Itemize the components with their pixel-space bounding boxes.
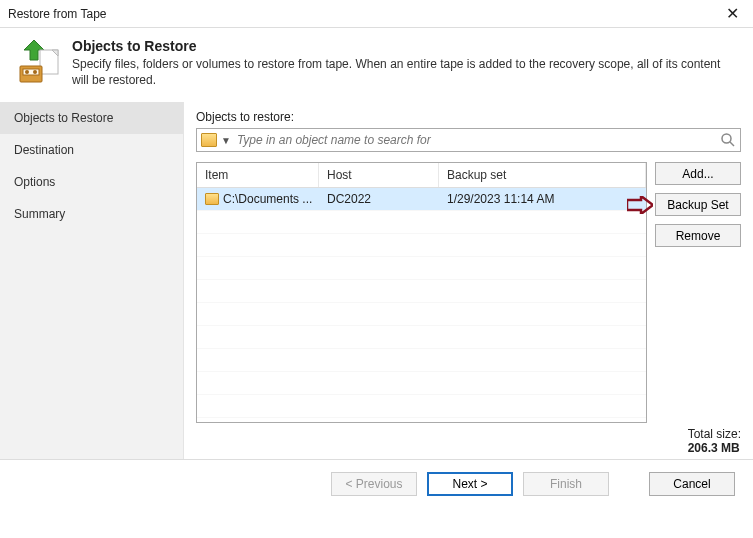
total-size-label: Total size: <box>688 427 741 441</box>
page-subtitle: Specify files, folders or volumes to res… <box>72 56 739 88</box>
col-item[interactable]: Item <box>197 163 319 187</box>
wizard-header: Objects to Restore Specify files, folder… <box>0 28 753 102</box>
cell-host: DC2022 <box>319 192 439 206</box>
table-header: Item Host Backup set <box>197 163 646 188</box>
wizard-footer: < Previous Next > Finish Cancel <box>0 459 753 508</box>
add-button[interactable]: Add... <box>655 162 741 185</box>
next-button[interactable]: Next > <box>427 472 513 496</box>
svg-point-7 <box>722 134 731 143</box>
step-destination[interactable]: Destination <box>0 134 183 166</box>
objects-label: Objects to restore: <box>196 110 741 124</box>
window-title: Restore from Tape <box>8 7 720 21</box>
search-bar[interactable]: ▼ <box>196 128 741 152</box>
search-input[interactable] <box>235 130 720 150</box>
wizard-steps: Objects to Restore Destination Options S… <box>0 102 184 459</box>
objects-table: Item Host Backup set C:\Documents ... DC… <box>196 162 647 423</box>
search-icon[interactable] <box>720 132 736 148</box>
table-row[interactable]: C:\Documents ... DC2022 1/29/2023 11:14 … <box>197 188 646 210</box>
col-host[interactable]: Host <box>319 163 439 187</box>
cancel-button[interactable]: Cancel <box>649 472 735 496</box>
close-icon[interactable]: ✕ <box>720 4 745 23</box>
folder-icon <box>201 133 217 147</box>
folder-icon <box>205 193 219 205</box>
total-size-value: 206.3 MB <box>688 441 741 455</box>
finish-button: Finish <box>523 472 609 496</box>
title-bar: Restore from Tape ✕ <box>0 0 753 28</box>
step-summary[interactable]: Summary <box>0 198 183 230</box>
previous-button: < Previous <box>331 472 417 496</box>
totals: Total size: 206.3 MB <box>196 427 741 455</box>
step-objects-to-restore[interactable]: Objects to Restore <box>0 102 183 134</box>
remove-button[interactable]: Remove <box>655 224 741 247</box>
cell-backup-set: 1/29/2023 11:14 AM <box>439 192 646 206</box>
cell-item: C:\Documents ... <box>223 192 312 206</box>
page-title: Objects to Restore <box>72 38 739 54</box>
step-options[interactable]: Options <box>0 166 183 198</box>
col-backup-set[interactable]: Backup set <box>439 163 646 187</box>
chevron-down-icon[interactable]: ▼ <box>221 135 231 146</box>
svg-point-6 <box>33 70 37 74</box>
backup-set-button[interactable]: Backup Set <box>655 193 741 216</box>
svg-point-5 <box>25 70 29 74</box>
wizard-icon <box>14 38 62 86</box>
svg-line-8 <box>730 142 734 146</box>
